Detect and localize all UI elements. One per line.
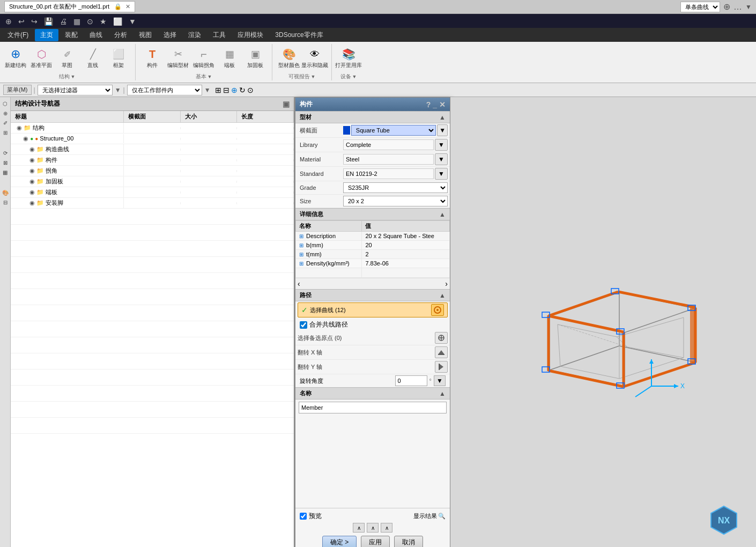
filter-icon-c[interactable]: ⊕	[231, 86, 238, 94]
menu-analyze[interactable]: 分析	[109, 29, 132, 41]
qa-dropdown[interactable]: ▼	[127, 17, 138, 26]
tree-row-corner[interactable]: ◉ 📁 拐角	[11, 166, 294, 176]
tb-group-device-expand[interactable]: ▼	[352, 74, 357, 79]
qa-more2[interactable]: ⊙	[85, 17, 95, 26]
menu-appmodule[interactable]: 应用模块	[232, 29, 269, 41]
left-icon-7[interactable]: ▦	[1, 168, 10, 176]
tb-profile-color[interactable]: 🎨 型材颜色	[277, 44, 301, 72]
left-icon-6[interactable]: ⊠	[1, 158, 10, 167]
left-icon-5[interactable]: ⟳	[1, 149, 10, 157]
tb-group-basic-expand[interactable]: ▼	[207, 74, 212, 79]
viewport-tab-close-icon[interactable]: ✕	[125, 3, 130, 10]
dialog-minimize-icon[interactable]: _	[433, 100, 437, 109]
menu-home[interactable]: 主页	[35, 29, 58, 41]
filter-icon-e[interactable]: ⊙	[247, 86, 254, 94]
tb-show-hide[interactable]: 👁 显示和隐藏	[302, 44, 327, 72]
view-icon-plus[interactable]: ⊕	[723, 2, 730, 12]
tb-member[interactable]: T 构件	[140, 44, 165, 72]
tb-line[interactable]: ╱ 直线	[80, 44, 105, 72]
qa-redo[interactable]: ↪	[29, 17, 40, 26]
tb-edit-section[interactable]: ✂ 编辑型材	[166, 44, 190, 72]
tree-row-structure[interactable]: ◉ 📁 结构	[11, 123, 294, 134]
tb-base-plane[interactable]: ⬡ 基准平面	[29, 44, 54, 72]
menu-curve[interactable]: 曲线	[84, 29, 108, 41]
menu-assemble[interactable]: 装配	[60, 29, 83, 41]
detail-scroll-right[interactable]: ›	[445, 279, 448, 288]
arrow-btn-3[interactable]: ∧	[381, 523, 392, 533]
tree-row-curves[interactable]: ◉ 📁 构造曲线	[11, 144, 294, 155]
viewport-tab-lock-icon[interactable]: 🔒	[114, 3, 122, 10]
preview-checkbox[interactable]	[300, 513, 307, 520]
scope-select[interactable]: 仅在工作部件内	[127, 85, 202, 95]
left-icon-3[interactable]: ✐	[1, 119, 10, 127]
show-result-btn[interactable]: 显示结果 🔍	[413, 512, 446, 520]
view-icon-dropdown[interactable]: ▼	[745, 3, 752, 11]
tree-row-endplate[interactable]: ◉ 📁 端板	[11, 187, 294, 198]
section-name-collapse[interactable]: ▲	[439, 390, 446, 397]
detail-scroll-left[interactable]: ‹	[298, 279, 300, 288]
arrow-btn-2[interactable]: ∧	[367, 523, 379, 533]
qa-more1[interactable]: ▦	[71, 17, 83, 26]
left-icon-9[interactable]: ⊟	[1, 198, 10, 206]
menu-select[interactable]: 选择	[158, 29, 182, 41]
tb-edit-corner[interactable]: ⌐ 编辑拐角	[191, 44, 216, 72]
view-mode-select[interactable]: 单条曲线	[680, 2, 720, 12]
flip-x-btn[interactable]	[435, 346, 448, 358]
menu-view[interactable]: 视图	[134, 29, 157, 41]
filter-icon-b[interactable]: ⊟	[223, 86, 229, 94]
view-icon-more[interactable]: …	[733, 2, 742, 12]
qa-star[interactable]: ★	[98, 17, 109, 26]
apply-button[interactable]: 应用	[361, 536, 390, 547]
merge-checkbox[interactable]	[300, 321, 307, 329]
left-icon-2[interactable]: ⊕	[1, 109, 10, 117]
menu-file[interactable]: 文件(F)	[2, 29, 34, 41]
cancel-button[interactable]: 取消	[394, 536, 423, 547]
section-path-collapse[interactable]: ▲	[439, 292, 446, 299]
filter-icon-d[interactable]: ↻	[239, 86, 246, 94]
section-material-collapse[interactable]: ▲	[439, 114, 446, 121]
filter-icon-a[interactable]: ⊞	[215, 86, 221, 94]
qa-new[interactable]: ⊕	[3, 17, 14, 26]
name-input[interactable]	[299, 402, 447, 413]
arrow-btn-1[interactable]: ∧	[353, 523, 365, 533]
flip-y-btn[interactable]	[435, 361, 448, 373]
tb-sketch[interactable]: ✐ 草图	[55, 44, 79, 72]
select-curve-btn[interactable]	[431, 304, 444, 316]
dialog-help-icon[interactable]: ?	[426, 100, 431, 109]
menu-render[interactable]: 渲染	[183, 29, 206, 41]
dialog-close-icon[interactable]: ✕	[439, 100, 446, 109]
qa-save[interactable]: 💾	[42, 17, 55, 26]
crosssection-select[interactable]: Square Tube	[351, 125, 436, 136]
rotation-select-btn[interactable]: ▼	[434, 375, 446, 386]
qa-undo[interactable]: ↩	[16, 17, 27, 26]
tb-group-visible-expand[interactable]: ▼	[311, 74, 316, 79]
menu-btn[interactable]: 菜单(M)	[3, 85, 32, 95]
nav-close-btn[interactable]: ▣	[283, 100, 290, 108]
material-expand-btn[interactable]: ▼	[435, 153, 448, 165]
tb-group-structure-expand[interactable]: ▼	[71, 74, 76, 79]
menu-tools[interactable]: 工具	[207, 29, 231, 41]
ok-button[interactable]: 确定 >	[322, 536, 357, 547]
tree-row-foot[interactable]: ◉ 📁 安装脚	[11, 198, 294, 209]
left-icon-1[interactable]: ⬡	[1, 99, 10, 108]
viewport-tab-main[interactable]: Structure_00.prt 在装配中 _model1.prt 🔒 ✕	[4, 1, 135, 12]
qa-print[interactable]: 🖨	[57, 17, 69, 26]
select-origin-btn[interactable]	[435, 332, 448, 344]
menu-3dsource[interactable]: 3DSource零件库	[270, 29, 328, 41]
tb-frame[interactable]: ⬜ 框架	[106, 44, 131, 72]
tb-open-library[interactable]: 📚 打开里用库	[336, 44, 361, 72]
tree-row-gusset[interactable]: ◉ 📁 加固板	[11, 176, 294, 187]
standard-expand-btn[interactable]: ▼	[435, 168, 448, 180]
tree-row-structure00[interactable]: ◉ ● ● Structure_00	[11, 134, 294, 144]
library-expand-btn[interactable]: ▼	[435, 139, 448, 151]
size-select[interactable]: 20 x 2	[343, 196, 448, 206]
left-icon-8[interactable]: 🎨	[1, 188, 10, 197]
tb-endplate[interactable]: ▦ 端板	[217, 44, 242, 72]
rotation-input[interactable]	[395, 375, 427, 386]
qa-frame[interactable]: ⬜	[111, 17, 124, 26]
grade-select[interactable]: S235JR	[343, 182, 448, 193]
crosssection-expand-btn[interactable]: ▼	[437, 124, 448, 136]
filter-select[interactable]: 无选择过滤器	[38, 85, 113, 95]
section-details-collapse[interactable]: ▲	[439, 211, 446, 218]
tb-new-structure[interactable]: ⊕ 新建结构	[3, 44, 28, 72]
